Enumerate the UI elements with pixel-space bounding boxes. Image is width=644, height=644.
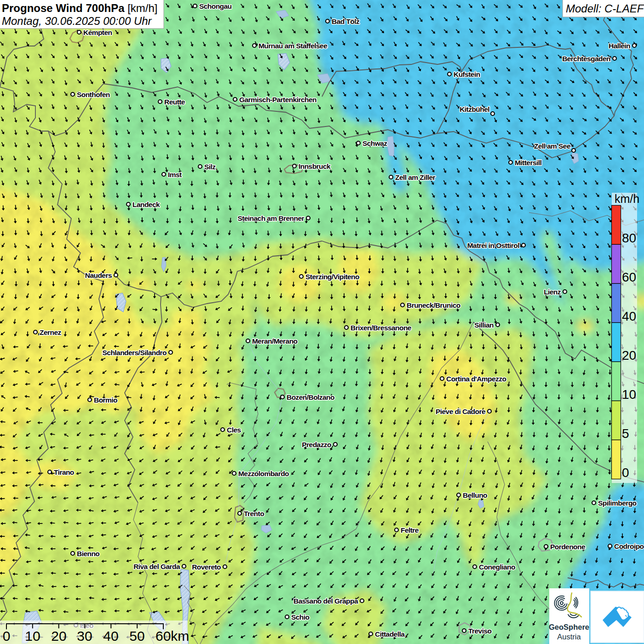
- svg-text:Steinach am Brenner: Steinach am Brenner: [237, 214, 304, 222]
- svg-text:Rovereto: Rovereto: [192, 563, 221, 571]
- svg-text:Reutte: Reutte: [164, 98, 185, 106]
- svg-text:Treviso: Treviso: [468, 627, 492, 635]
- svg-text:20: 20: [622, 348, 636, 362]
- svg-text:Imst: Imst: [168, 171, 182, 178]
- svg-text:Kempten: Kempten: [83, 29, 112, 36]
- svg-text:Schongau: Schongau: [199, 2, 232, 10]
- svg-text:Trento: Trento: [244, 510, 264, 518]
- svg-text:Prognose Wind 700hPa [km/h]: Prognose Wind 700hPa [km/h]: [2, 2, 158, 14]
- svg-text:Bassano del Grappa: Bassano del Grappa: [293, 597, 358, 605]
- svg-text:Sterzing/Vipiteno: Sterzing/Vipiteno: [305, 273, 359, 281]
- svg-text:Bormio: Bormio: [94, 396, 117, 404]
- svg-text:0: 0: [3, 628, 11, 644]
- svg-text:Schlanders/Silandro: Schlanders/Silandro: [103, 349, 167, 356]
- svg-text:Meran/Merano: Meran/Merano: [252, 337, 298, 345]
- svg-text:Schwaz: Schwaz: [362, 139, 387, 147]
- svg-text:Silz: Silz: [204, 163, 216, 171]
- svg-text:Spilimbergo: Spilimbergo: [598, 499, 637, 507]
- svg-text:Innsbruck: Innsbruck: [299, 162, 331, 170]
- svg-text:Schio: Schio: [291, 613, 310, 621]
- svg-text:50: 50: [129, 628, 144, 644]
- svg-text:Belluno: Belluno: [463, 491, 487, 499]
- svg-text:Mezzolombardo: Mezzolombardo: [238, 470, 289, 477]
- svg-text:Landeck: Landeck: [132, 201, 160, 208]
- svg-text:Nauders: Nauders: [85, 271, 112, 279]
- svg-text:Brixen/Bressanone: Brixen/Bressanone: [351, 324, 412, 332]
- svg-text:Sonthofen: Sonthofen: [77, 91, 110, 98]
- svg-text:Codroipo: Codroipo: [614, 542, 644, 550]
- svg-text:Murnau am Staffelsee: Murnau am Staffelsee: [259, 42, 328, 50]
- svg-text:Feltre: Feltre: [401, 526, 419, 534]
- svg-text:30: 30: [77, 628, 92, 644]
- svg-text:Zell am Ziller: Zell am Ziller: [395, 173, 436, 181]
- svg-text:Sillian: Sillian: [474, 321, 494, 329]
- svg-text:40: 40: [103, 628, 118, 644]
- svg-text:Riva del Garda: Riva del Garda: [133, 563, 180, 570]
- svg-text:Zell am See: Zell am See: [534, 142, 571, 150]
- svg-text:Bozen/Bolzano: Bozen/Bolzano: [287, 393, 334, 401]
- svg-text:Conegliano: Conegliano: [479, 563, 515, 571]
- svg-text:60: 60: [622, 270, 636, 284]
- svg-text:Cles: Cles: [227, 426, 241, 434]
- svg-text:Bad Tölz: Bad Tölz: [332, 17, 360, 25]
- svg-text:10: 10: [25, 628, 40, 644]
- svg-text:Zernez: Zernez: [40, 328, 61, 336]
- svg-text:Modell: C-LAEF: Modell: C-LAEF: [566, 2, 644, 15]
- svg-text:Pordenone: Pordenone: [550, 543, 586, 551]
- svg-text:Kufstein: Kufstein: [454, 70, 480, 78]
- svg-text:GeoSphere: GeoSphere: [549, 623, 589, 631]
- svg-text:Berchtesgaden: Berchtesgaden: [562, 55, 610, 63]
- svg-text:Pieve di Cadore: Pieve di Cadore: [436, 408, 486, 415]
- svg-text:Mittersill: Mittersill: [515, 159, 541, 167]
- svg-text:10: 10: [622, 387, 636, 402]
- svg-text:Kitzbühel: Kitzbühel: [460, 105, 489, 113]
- svg-text:Montag, 30.06.2025 00:00 Uhr: Montag, 30.06.2025 00:00 Uhr: [2, 15, 152, 27]
- svg-text:Predazzo: Predazzo: [302, 441, 331, 448]
- svg-text:Bruneck/Brunico: Bruneck/Brunico: [407, 301, 460, 309]
- svg-text:Lienz: Lienz: [544, 288, 561, 296]
- svg-text:0: 0: [622, 466, 629, 480]
- svg-text:Tirano: Tirano: [54, 468, 74, 476]
- svg-text:5: 5: [622, 426, 629, 441]
- svg-text:20: 20: [51, 628, 66, 644]
- svg-text:Hallein: Hallein: [609, 42, 630, 50]
- svg-text:Cittadella: Cittadella: [375, 630, 405, 638]
- svg-text:40: 40: [622, 309, 636, 323]
- svg-text:Austria: Austria: [557, 632, 581, 641]
- svg-text:Garmisch-Partenkirchen: Garmisch-Partenkirchen: [239, 96, 316, 104]
- svg-text:km/h: km/h: [615, 192, 639, 205]
- svg-text:Matrei in Osttirol: Matrei in Osttirol: [467, 242, 519, 249]
- svg-text:60km: 60km: [155, 628, 189, 644]
- svg-text:80: 80: [622, 231, 636, 245]
- svg-text:Bienno: Bienno: [77, 550, 99, 558]
- svg-text:Cortina d'Ampezzo: Cortina d'Ampezzo: [446, 375, 506, 383]
